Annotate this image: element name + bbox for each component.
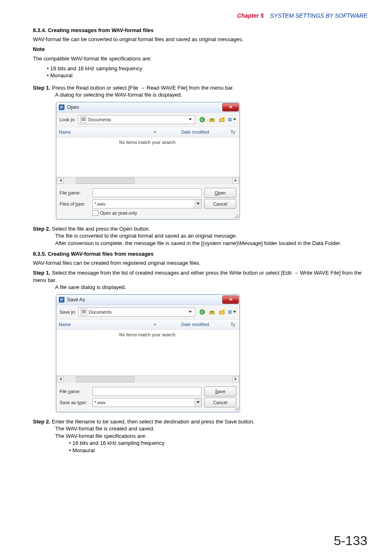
- back-button[interactable]: [198, 308, 207, 317]
- save-in-value: Documents: [89, 310, 186, 314]
- step-label: Step 1.: [33, 85, 51, 91]
- up-one-level-button[interactable]: [208, 115, 217, 124]
- file-list[interactable]: No items match your search.: [56, 137, 240, 177]
- scroll-right-button[interactable]: [232, 376, 239, 382]
- folder-icon: [80, 116, 87, 123]
- column-name[interactable]: Name: [59, 130, 71, 134]
- view-menu-button[interactable]: [227, 115, 236, 124]
- file-name-input[interactable]: [92, 188, 202, 197]
- dialog-title: Open: [67, 104, 222, 110]
- close-button[interactable]: ✕: [222, 103, 239, 111]
- view-menu-button[interactable]: [227, 308, 236, 317]
- spec-item: • Monaural: [69, 447, 367, 454]
- file-name-label: File name:: [60, 389, 90, 394]
- section-835-intro: WAV-format files can be created from reg…: [33, 259, 367, 267]
- section-835-heading: 8.3.5. Creating WAV-format files from me…: [33, 251, 367, 257]
- save-button[interactable]: Save: [204, 386, 236, 396]
- app-icon: P: [59, 104, 65, 110]
- sort-indicator-icon: [153, 323, 157, 325]
- spec-item: • 16 bits and 16 kHz sampling frequency: [69, 439, 367, 447]
- new-folder-button[interactable]: [217, 308, 226, 317]
- file-list-header[interactable]: Name Date modified Ty: [56, 319, 240, 330]
- svg-point-8: [200, 309, 205, 314]
- chapter-header: Chapter 5 SYSTEM SETTINGS BY SOFTWARE: [33, 12, 367, 19]
- step-text: After conversion is complete, the messag…: [55, 240, 367, 247]
- file-list[interactable]: No items match your search.: [56, 330, 240, 375]
- column-date[interactable]: Date modified: [181, 322, 231, 327]
- titlebar: P Save As ✕: [56, 295, 240, 305]
- close-button[interactable]: ✕: [222, 296, 239, 304]
- step-text: A file save dialog is displayed.: [55, 284, 367, 291]
- read-only-checkbox[interactable]: [92, 210, 98, 216]
- column-date[interactable]: Date modified: [181, 130, 231, 134]
- chevron-down-icon: [233, 118, 236, 120]
- empty-message: No items match your search.: [119, 140, 177, 145]
- chapter-title: SYSTEM SETTINGS BY SOFTWARE: [270, 12, 367, 19]
- step-text: The WAV-format file is created and saved…: [55, 425, 367, 432]
- save-in-dropdown[interactable]: Documents: [78, 308, 195, 317]
- cancel-button[interactable]: Cancel: [204, 398, 236, 407]
- step-text: Select the file and press the Open butto…: [52, 226, 150, 232]
- svg-point-0: [200, 117, 205, 122]
- section-834-intro: WAV-format file can be converted to orig…: [33, 36, 367, 43]
- look-in-label: Look in:: [60, 117, 76, 122]
- step-label: Step 2.: [33, 226, 51, 232]
- files-of-type-dropdown[interactable]: *.wav: [92, 199, 202, 208]
- column-type[interactable]: Ty: [231, 130, 237, 134]
- scroll-thumb[interactable]: [76, 376, 134, 382]
- chevron-down-icon[interactable]: [187, 308, 193, 316]
- empty-message: No items match your search.: [119, 332, 177, 337]
- scroll-left-button[interactable]: [57, 376, 64, 382]
- svg-rect-6: [228, 120, 230, 121]
- step-label: Step 1.: [33, 270, 51, 276]
- folder-icon: [81, 309, 87, 315]
- column-name[interactable]: Name: [59, 322, 71, 327]
- column-type[interactable]: Ty: [231, 322, 237, 327]
- look-in-value: Documents: [88, 117, 186, 122]
- dialog-title: Save As: [67, 297, 222, 303]
- svg-rect-15: [230, 312, 232, 314]
- save-as-type-dropdown[interactable]: *.wav: [92, 398, 202, 407]
- horizontal-scrollbar[interactable]: [56, 177, 240, 184]
- svg-rect-12: [228, 310, 230, 312]
- spec-item: • Monaural: [47, 72, 367, 79]
- step-label: Step 2.: [33, 419, 51, 425]
- step-text: The file is converted to the original fo…: [55, 232, 367, 240]
- resize-grip-icon[interactable]: [234, 214, 238, 218]
- up-one-level-button[interactable]: [208, 308, 217, 317]
- step-text: The WAV-format file specifications are:: [55, 432, 367, 440]
- new-folder-button[interactable]: [217, 115, 226, 124]
- resize-grip-icon[interactable]: [234, 407, 238, 411]
- svg-rect-14: [228, 312, 230, 314]
- note-intro: The compatible WAV-format file specifica…: [33, 55, 367, 62]
- scroll-right-button[interactable]: [232, 178, 239, 184]
- chapter-label: Chapter 5: [237, 12, 264, 19]
- open-button[interactable]: Open: [204, 188, 236, 198]
- chevron-down-icon[interactable]: [187, 116, 193, 124]
- files-of-type-value: *.wav: [95, 201, 106, 206]
- back-button[interactable]: [198, 115, 207, 124]
- scroll-thumb[interactable]: [76, 178, 134, 184]
- save-as-type-value: *.wav: [95, 400, 106, 405]
- chevron-down-icon[interactable]: [194, 398, 201, 407]
- titlebar: P Open ✕: [56, 102, 240, 113]
- step-text: Select the message from the list of crea…: [33, 270, 362, 283]
- file-name-input[interactable]: [92, 387, 202, 396]
- file-list-header[interactable]: Name Date modified Ty: [56, 127, 240, 137]
- spec-item: • 16 bits and 16 kHz sampling frequency: [47, 65, 367, 72]
- svg-rect-13: [230, 310, 232, 312]
- look-in-dropdown[interactable]: Documents: [78, 115, 195, 124]
- page-number: 5-133: [334, 533, 367, 548]
- chevron-down-icon: [233, 311, 236, 313]
- cancel-button[interactable]: Cancel: [204, 199, 236, 209]
- section-834-heading: 8.3.4. Creating messages from WAV-format…: [33, 27, 367, 33]
- files-of-type-label: Files of type:: [60, 201, 90, 206]
- save-in-label: Save in:: [60, 310, 76, 314]
- file-name-label: File name:: [60, 190, 90, 195]
- scroll-left-button[interactable]: [57, 178, 64, 184]
- sort-indicator-icon: [153, 131, 157, 133]
- horizontal-scrollbar[interactable]: [56, 375, 240, 383]
- svg-rect-5: [230, 118, 232, 120]
- chevron-down-icon[interactable]: [194, 200, 201, 208]
- save-as-type-label: Save as type:: [60, 400, 90, 405]
